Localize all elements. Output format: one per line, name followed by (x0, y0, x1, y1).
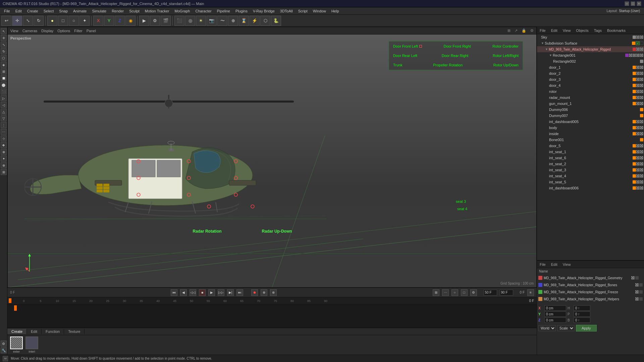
coord-z-pos[interactable] (544, 317, 566, 323)
play-button[interactable]: ▶ (208, 289, 215, 296)
viewport-settings-icon[interactable]: ⚙ (530, 28, 534, 33)
mat-tab-create[interactable]: Create (7, 329, 27, 334)
left-tool-pointer[interactable]: ↖ (1, 28, 7, 34)
obj-int-seat1[interactable]: int_seat_1 (537, 149, 644, 155)
left-tool-7[interactable]: ⊞ (1, 68, 7, 74)
coord-x-pos[interactable] (544, 305, 566, 311)
goto-start-button[interactable]: ⏮ (171, 289, 177, 296)
select-rect-button[interactable]: □ (58, 16, 68, 26)
mat-tab-edit[interactable]: Edit (27, 329, 42, 334)
obj-subdivision-surface[interactable]: ▼ Subdivision Surface ✓ (537, 40, 644, 46)
play-back-button[interactable]: ◁◁ (190, 289, 196, 296)
left-tool-bottom-1[interactable]: ⚙ (1, 341, 7, 347)
prev-frame-button[interactable]: ◀ (180, 289, 187, 296)
left-tool-20[interactable]: ✦ (1, 156, 7, 162)
material-interi-swatch[interactable] (25, 337, 38, 349)
attr-file-helpers[interactable]: MD_969_Twin_Attack_Helicopter_Rigged_Hel… (538, 296, 643, 302)
objmgr-tags[interactable]: Tags (594, 28, 602, 33)
timeline-menu-button[interactable]: ≡ (527, 289, 534, 296)
viewport-menu-view[interactable]: View (10, 29, 18, 33)
attrmgr-file[interactable]: File (540, 262, 546, 266)
next-frame-button[interactable]: ▶| (227, 289, 234, 296)
menu-pipeline[interactable]: Pipeline (214, 8, 233, 14)
render-button[interactable]: ▶ (139, 16, 149, 26)
menu-render[interactable]: Render (109, 8, 126, 14)
left-tool-rotate[interactable]: ↻ (1, 48, 7, 54)
viewport-canvas[interactable]: Perspective (8, 35, 536, 287)
sphere-button[interactable]: ◎ (185, 16, 195, 26)
left-tool-21[interactable]: ⊕ (1, 162, 7, 168)
obj-door3[interactable]: door_3 (537, 76, 644, 82)
attr-file-freeze[interactable]: MD_969_Twin_Attack_Helicopter_Rigged_Fre… (538, 289, 643, 295)
menu-sculpt[interactable]: Sculpt (126, 8, 142, 14)
layout-value[interactable]: Startup (User) (619, 9, 640, 13)
obj-door1[interactable]: door_1 (537, 64, 644, 70)
obj-body[interactable]: body (537, 125, 644, 131)
menu-mograph[interactable]: MoGraph (172, 8, 193, 14)
playback-mode-button[interactable]: ⊞ (433, 289, 439, 296)
left-tool-17[interactable]: ⊹ (1, 135, 7, 141)
obj-door2[interactable]: door_2 (537, 70, 644, 76)
coord-p[interactable] (574, 311, 590, 317)
select-circle-button[interactable]: ○ (69, 16, 79, 26)
obj-rectangle002[interactable]: Rectangle002 (537, 58, 644, 64)
viewport-menu-display[interactable]: Display (41, 29, 53, 33)
left-tool-move[interactable]: ✛ (1, 35, 7, 41)
menu-edit[interactable]: Edit (13, 8, 24, 14)
obj-door5[interactable]: door_5 (537, 143, 644, 149)
coord-y-pos[interactable] (544, 311, 566, 317)
scale-select[interactable]: Scale (557, 325, 575, 331)
obj-int-seat6[interactable]: int_seat_6 (537, 155, 644, 161)
left-tool-scale[interactable]: ⤡ (1, 42, 7, 48)
objmgr-view[interactable]: View (563, 28, 571, 33)
menu-animate[interactable]: Animate (70, 8, 89, 14)
playback-square-button[interactable]: □ (461, 289, 468, 296)
left-tool-13[interactable]: △ (1, 109, 7, 115)
obj-inside[interactable]: inside (537, 131, 644, 137)
menu-plugins[interactable]: Plugins (233, 8, 250, 14)
menu-create[interactable]: Create (24, 8, 41, 14)
objmgr-file[interactable]: File (540, 28, 546, 33)
left-tool-19[interactable]: ⊗ (1, 149, 7, 155)
obj-bone001[interactable]: Bone001 (537, 137, 644, 143)
obj-rotor[interactable]: rotor (537, 88, 644, 95)
left-tool-15[interactable]: ⋮ (1, 122, 7, 128)
minimize-button[interactable]: ─ (625, 1, 629, 6)
obj-md969-main[interactable]: ▼ MD_969_Twin_Attack_Helicopter_Rigged (537, 46, 644, 52)
play-fwd-button[interactable]: ▷▷ (218, 289, 224, 296)
left-tool-16[interactable]: ⋯ (1, 129, 7, 135)
obj-door4[interactable]: door_4 (537, 82, 644, 88)
menu-help[interactable]: Help (329, 8, 342, 14)
mat-tab-function[interactable]: Function (42, 329, 64, 334)
left-tool-5[interactable]: ⬡ (1, 55, 7, 61)
objmgr-objects[interactable]: Objects (576, 28, 588, 33)
cube-button[interactable]: ⬛ (174, 16, 184, 26)
effector-button[interactable]: ⚡ (250, 16, 260, 26)
obj-dummy006[interactable]: Dummy006 (537, 107, 644, 113)
objmgr-bookmarks[interactable]: Bookmarks (607, 28, 626, 33)
fps-input[interactable] (484, 290, 497, 296)
viewport-menu-filter[interactable]: Filter (74, 29, 82, 33)
camera-button[interactable]: 📷 (207, 16, 217, 26)
fps2-input[interactable] (500, 290, 513, 296)
select-free-button[interactable]: ✦ (79, 16, 90, 26)
rotate-button[interactable]: ↻ (34, 16, 44, 26)
xyz-x-button[interactable]: X (93, 16, 103, 26)
menu-motion-tracker[interactable]: Motion Tracker (142, 8, 172, 14)
obj-int-dashboard006[interactable]: int_dashboard006 (537, 185, 644, 191)
obj-int-seat5[interactable]: int_seat_5 (537, 179, 644, 185)
coord-h[interactable] (574, 305, 590, 311)
viewport-lock-icon[interactable]: 🔒 (522, 28, 526, 33)
maximize-button[interactable]: □ (631, 1, 635, 6)
left-tool-18[interactable]: ❖ (1, 142, 7, 148)
record-special-2-button[interactable]: ⊗ (270, 289, 277, 296)
spline-button[interactable]: 〜 (217, 16, 227, 26)
timeline-track[interactable] (7, 305, 537, 328)
playback-settings-button[interactable]: ⚙ (470, 289, 477, 296)
obj-gun-mount1[interactable]: gun_mount_1 (537, 101, 644, 107)
move-button[interactable]: ✛ (12, 16, 22, 26)
menu-3dtoall[interactable]: 3DToAll (277, 8, 296, 14)
viewport-menu-panel[interactable]: Panel (87, 29, 96, 33)
menu-snap[interactable]: Snap (56, 8, 70, 14)
attrmgr-edit[interactable]: Edit (551, 262, 557, 266)
